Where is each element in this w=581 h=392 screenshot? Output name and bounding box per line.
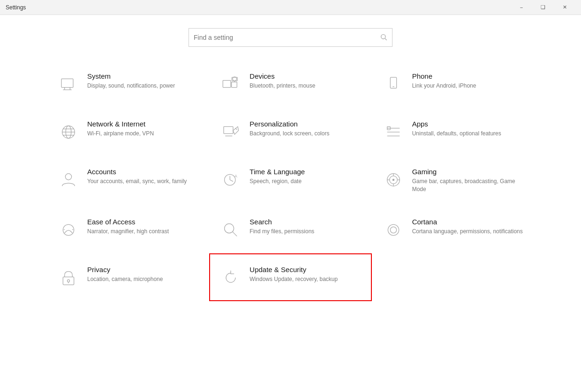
network-desc: Wi-Fi, airplane mode, VPN <box>87 130 199 138</box>
gaming-text: GamingGame bar, captures, broadcasting, … <box>412 168 524 193</box>
privacy-title: Privacy <box>87 266 199 274</box>
app-title: Settings <box>6 4 26 11</box>
svg-line-28 <box>230 180 234 181</box>
svg-rect-6 <box>223 81 231 88</box>
privacy-desc: Location, camera, microphone <box>87 275 199 283</box>
accounts-icon <box>57 169 80 191</box>
phone-desc: Link your Android, iPhone <box>412 82 524 90</box>
main-content: SystemDisplay, sound, notifications, pow… <box>0 60 581 392</box>
network-icon <box>57 121 80 143</box>
settings-item-accounts[interactable]: AccountsYour accounts, email, sync, work… <box>47 155 209 206</box>
cortana-desc: Cortana language, permissions, notificat… <box>412 228 524 236</box>
gaming-title: Gaming <box>412 168 524 176</box>
phone-icon <box>382 73 405 96</box>
svg-line-1 <box>385 38 387 40</box>
search-input[interactable] <box>194 34 380 41</box>
settings-item-privacy[interactable]: PrivacyLocation, camera, microphone <box>47 253 209 301</box>
personalization-desc: Background, lock screen, colors <box>249 130 361 138</box>
system-icon <box>57 73 80 96</box>
gaming-desc: Game bar, captures, broadcasting, Game M… <box>412 178 524 193</box>
svg-point-42 <box>388 224 399 235</box>
svg-line-39 <box>72 229 73 230</box>
settings-item-ease[interactable]: Ease of AccessNarrator, magnifier, high … <box>47 206 209 253</box>
settings-item-gaming[interactable]: GamingGame bar, captures, broadcasting, … <box>372 155 534 206</box>
search-desc: Find my files, permissions <box>249 228 361 236</box>
search-icon <box>219 219 242 241</box>
privacy-text: PrivacyLocation, camera, microphone <box>87 266 199 283</box>
time-icon: A <box>219 169 242 191</box>
phone-text: PhoneLink your Android, iPhone <box>412 72 524 90</box>
apps-desc: Uninstall, defaults, optional features <box>412 130 524 138</box>
devices-icon <box>219 73 242 96</box>
search-text: SearchFind my files, permissions <box>249 218 361 236</box>
apps-title: Apps <box>412 120 524 128</box>
phone-title: Phone <box>412 72 524 80</box>
time-text: Time & LanguageSpeech, region, date <box>249 168 361 185</box>
search-area <box>0 15 581 60</box>
settings-item-devices[interactable]: DevicesBluetooth, printers, mouse <box>209 60 371 108</box>
svg-point-36 <box>392 179 394 180</box>
settings-item-update[interactable]: Update & SecurityWindows Update, recover… <box>209 253 371 301</box>
accounts-text: AccountsYour accounts, email, sync, work… <box>87 168 199 185</box>
devices-title: Devices <box>249 72 361 80</box>
ease-desc: Narrator, magnifier, high contrast <box>87 228 199 236</box>
settings-item-system[interactable]: SystemDisplay, sound, notifications, pow… <box>47 60 209 108</box>
personalization-text: PersonalizationBackground, lock screen, … <box>249 120 361 138</box>
svg-line-20 <box>235 128 237 130</box>
accounts-title: Accounts <box>87 168 199 176</box>
svg-line-38 <box>64 229 65 230</box>
svg-point-37 <box>63 224 74 235</box>
accounts-desc: Your accounts, email, sync, work, family <box>87 178 199 185</box>
svg-rect-44 <box>63 277 74 285</box>
apps-text: AppsUninstall, defaults, optional featur… <box>412 120 524 138</box>
system-text: SystemDisplay, sound, notifications, pow… <box>87 72 199 90</box>
ease-text: Ease of AccessNarrator, magnifier, high … <box>87 218 199 236</box>
svg-point-43 <box>390 227 396 233</box>
personalization-title: Personalization <box>249 120 361 128</box>
update-text: Update & SecurityWindows Update, recover… <box>249 266 361 283</box>
system-desc: Display, sound, notifications, power <box>87 82 199 90</box>
search-box <box>189 28 392 47</box>
gaming-icon <box>382 169 405 191</box>
svg-line-41 <box>233 232 237 236</box>
window-controls: − ❑ ✕ <box>511 0 575 15</box>
cortana-title: Cortana <box>412 218 524 226</box>
settings-item-personalization[interactable]: PersonalizationBackground, lock screen, … <box>209 108 371 155</box>
personalization-icon <box>219 121 242 143</box>
svg-point-0 <box>381 34 385 38</box>
network-title: Network & Internet <box>87 120 199 128</box>
privacy-icon <box>57 266 80 289</box>
update-title: Update & Security <box>249 266 361 274</box>
settings-item-time[interactable]: A Time & LanguageSpeech, region, date <box>209 155 371 206</box>
search-icon <box>380 33 387 42</box>
time-title: Time & Language <box>249 168 361 176</box>
svg-point-25 <box>65 174 71 180</box>
time-desc: Speech, region, date <box>249 178 361 185</box>
cortana-text: CortanaCortana language, permissions, no… <box>412 218 524 236</box>
settings-item-phone[interactable]: PhoneLink your Android, iPhone <box>372 60 534 108</box>
svg-rect-7 <box>232 82 237 88</box>
close-button[interactable]: ✕ <box>554 0 575 15</box>
svg-text:A: A <box>235 174 238 178</box>
settings-item-apps[interactable]: AppsUninstall, defaults, optional featur… <box>372 108 534 155</box>
apps-icon <box>382 121 405 143</box>
update-desc: Windows Update, recovery, backup <box>249 275 361 283</box>
cortana-icon <box>382 219 405 241</box>
settings-item-network[interactable]: Network & InternetWi-Fi, airplane mode, … <box>47 108 209 155</box>
settings-grid: SystemDisplay, sound, notifications, pow… <box>47 60 534 301</box>
ease-title: Ease of Access <box>87 218 199 226</box>
svg-point-40 <box>225 223 234 233</box>
update-icon <box>219 266 242 289</box>
settings-item-search[interactable]: SearchFind my files, permissions <box>209 206 371 253</box>
search-title: Search <box>249 218 361 226</box>
svg-point-45 <box>68 280 70 282</box>
settings-item-cortana[interactable]: CortanaCortana language, permissions, no… <box>372 206 534 253</box>
svg-rect-18 <box>224 126 233 133</box>
system-title: System <box>87 72 199 80</box>
minimize-button[interactable]: − <box>511 0 532 15</box>
restore-button[interactable]: ❑ <box>532 0 554 15</box>
network-text: Network & InternetWi-Fi, airplane mode, … <box>87 120 199 138</box>
devices-text: DevicesBluetooth, printers, mouse <box>249 72 361 90</box>
title-bar: Settings − ❑ ✕ <box>0 0 581 15</box>
svg-rect-2 <box>61 79 73 87</box>
